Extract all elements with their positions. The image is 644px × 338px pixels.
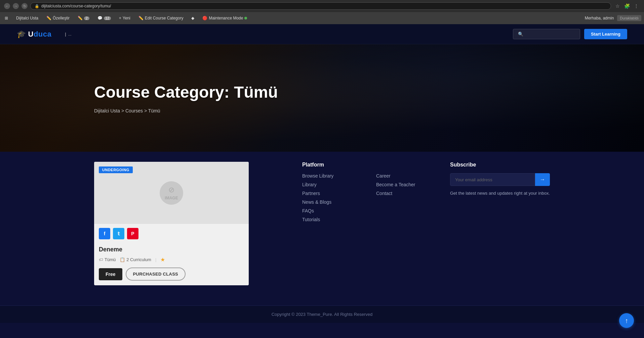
toolbar-maintenance[interactable]: 🔴 Maintenance Mode [200, 15, 249, 21]
hero-content: Course Category: Tümü Dijitalci Usta > C… [0, 83, 372, 113]
subscribe-email-input[interactable] [450, 173, 535, 186]
footer-link-faqs[interactable]: FAQs [302, 208, 356, 213]
tag-label: Tümü [105, 257, 116, 262]
hero-section: Course Category: Tümü Dijitalci Usta > C… [0, 44, 644, 152]
fire-icon: 🔴 [202, 16, 207, 20]
footer-link-library[interactable]: Library [302, 182, 356, 187]
lock-icon: 🔒 [35, 4, 39, 8]
forward-button[interactable]: → [13, 3, 19, 9]
facebook-share-button[interactable]: f [99, 228, 110, 239]
footer-link-browse-library[interactable]: Browse Library [302, 173, 356, 179]
camera-icon: ⊘ [168, 186, 174, 194]
course-meta: 🏷 Tümü 📋 2 Curriculum | ★ [99, 256, 244, 263]
site-header: 🎓 Uduca | ... 🔍 Start Learning [0, 24, 644, 44]
course-status-badge: UNDERGOING [99, 166, 133, 173]
extensions-icon[interactable]: 🧩 [623, 2, 631, 10]
logo-text: Uduca [28, 30, 52, 39]
platform-title: Platform [302, 162, 356, 168]
breadcrumb-current: Tümü [148, 108, 160, 113]
courses-area: UNDERGOING ⊘ IMAGE f 𝕥 P Deneme 🏷 Tümü [94, 162, 289, 285]
footer-link-news-blogs[interactable]: News & Blogs [302, 199, 356, 205]
browser-actions: ☆ 🧩 ⋮ [614, 2, 640, 10]
page-title: Course Category: Tümü [94, 83, 278, 101]
nav-separator: | [65, 32, 66, 37]
nav-label: ... [68, 32, 72, 37]
breadcrumb-home[interactable]: Dijitalci Usta [94, 108, 120, 113]
url-bar[interactable]: 🔒 dijitalciusta.com/course-category/tumu… [30, 2, 611, 10]
main-content: UNDERGOING ⊘ IMAGE f 𝕥 P Deneme 🏷 Tümü [0, 152, 644, 305]
curriculum-label: 2 Curriculum [126, 257, 151, 262]
course-social-bar: f 𝕥 P [94, 224, 249, 243]
wordpress-toolbar: ⊞ Dijitalci Usta ✏️ Özelleştir ✏️ 2 💬 12… [0, 12, 644, 24]
footer-link-partners[interactable]: Partners [302, 191, 356, 196]
twitter-share-button[interactable]: 𝕥 [113, 228, 124, 239]
footer-company-column: Company Career Become a Teacher Contact [376, 162, 430, 285]
breadcrumb-courses[interactable]: Courses [125, 108, 143, 113]
browser-top-bar: ← → ↻ 🔒 dijitalciusta.com/course-categor… [0, 0, 644, 12]
course-card: UNDERGOING ⊘ IMAGE f 𝕥 P Deneme 🏷 Tümü [94, 162, 249, 285]
pause-button[interactable]: Duraklatıldı [617, 15, 641, 21]
toolbar-new[interactable]: + Yeni [117, 15, 132, 21]
subscribe-title: Subscribe [450, 162, 550, 168]
header-cta-button[interactable]: Start Learning [584, 29, 627, 39]
search-icon: 🔍 [518, 32, 523, 37]
course-buttons: Free PURCHASED CLASS [99, 268, 244, 281]
star-rating-icon: ★ [160, 256, 165, 263]
edit-icon: ✏️ [138, 16, 144, 20]
refresh-button[interactable]: ↻ [22, 3, 28, 9]
admin-greeting: Merhaba, admin [585, 16, 614, 20]
copyright-text: Copyright © 2023 Theme_Pure. All Rights … [272, 312, 373, 317]
footer-link-career[interactable]: Career [376, 173, 430, 179]
footer-link-contact[interactable]: Contact [376, 191, 430, 196]
wp-icon: ⊞ [5, 16, 8, 20]
header-search[interactable]: 🔍 [513, 29, 580, 39]
free-button[interactable]: Free [99, 268, 122, 280]
toolbar-dijitalci[interactable]: Dijitalci Usta [14, 15, 40, 21]
star-icon[interactable]: ☆ [614, 2, 621, 10]
course-info: Deneme 🏷 Tümü 📋 2 Curriculum | ★ Free P [94, 243, 249, 285]
site-logo: 🎓 Uduca [17, 30, 51, 39]
toolbar-diamond[interactable]: ◆ [189, 15, 196, 21]
footer-columns: Platform Browse Library Library Partners… [302, 162, 550, 285]
footer-bottom: Copyright © 2023 Theme_Pure. All Rights … [0, 305, 644, 323]
footer-link-become-teacher[interactable]: Become a Teacher [376, 182, 430, 187]
toolbar-customize[interactable]: ✏️ Özelleştir [44, 15, 72, 21]
footer-link-tutorials[interactable]: Tutorials [302, 217, 356, 222]
toolbar-edit-category[interactable]: ✏️ Edit Course Category [136, 15, 186, 21]
toolbar-site-label: Dijitalci Usta [16, 16, 38, 20]
menu-icon[interactable]: ⋮ [633, 2, 640, 10]
toolbar-comments[interactable]: 💬 12 [95, 15, 113, 21]
pencil-icon: ✏️ [46, 16, 51, 20]
diamond-icon: ◆ [191, 16, 194, 20]
browser-chrome: ← → ↻ 🔒 dijitalciusta.com/course-categor… [0, 0, 644, 24]
pinterest-share-button[interactable]: P [127, 228, 138, 239]
course-title: Deneme [99, 246, 244, 253]
back-button[interactable]: ← [4, 3, 10, 9]
maintenance-status-dot [244, 17, 247, 19]
purchased-class-button[interactable]: PURCHASED CLASS [126, 268, 186, 281]
breadcrumb-sep1: > [121, 108, 125, 113]
subscribe-description: Get the latest news and updates right at… [450, 190, 550, 197]
footer-platform-column: Platform Browse Library Library Partners… [302, 162, 356, 285]
pencil2-icon: ✏️ [78, 16, 83, 20]
site-nav: | ... [65, 32, 71, 37]
subscribe-button[interactable]: → [535, 173, 550, 186]
image-placeholder: ⊘ IMAGE [160, 181, 183, 205]
plus-icon: + [119, 16, 121, 20]
toolbar-wp[interactable]: ⊞ [3, 15, 10, 21]
header-right: 🔍 Start Learning [513, 29, 627, 39]
comment-icon: 💬 [97, 16, 103, 20]
url-text: dijitalciusta.com/course-category/tumu/ [41, 4, 111, 8]
footer-subscribe-column: Subscribe → Get the latest news and upda… [450, 162, 550, 285]
toolbar-posts[interactable]: ✏️ 2 [76, 15, 91, 21]
breadcrumb: Dijitalci Usta > Courses > Tümü [94, 108, 278, 113]
subscribe-form: → [450, 173, 550, 186]
course-tag: 🏷 Tümü [99, 257, 116, 262]
breadcrumb-sep2: > [144, 108, 148, 113]
meta-divider: | [155, 257, 156, 262]
tag-icon: 🏷 [99, 257, 103, 262]
image-label: IMAGE [165, 196, 178, 200]
curriculum-count: 📋 2 Curriculum [120, 257, 151, 262]
curriculum-icon: 📋 [120, 257, 125, 262]
logo-icon: 🎓 [17, 30, 26, 39]
